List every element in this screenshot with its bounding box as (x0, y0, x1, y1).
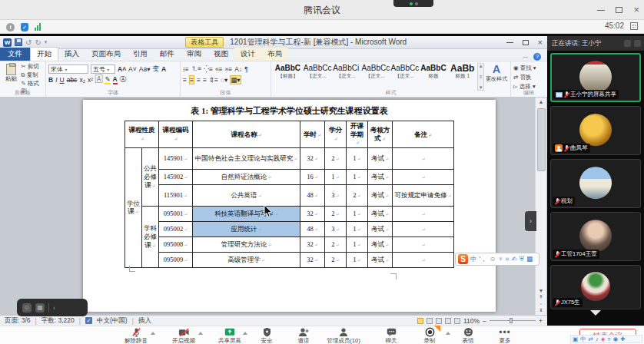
word-count[interactable]: 字数: 3,220 (41, 316, 75, 326)
word-minimize-icon[interactable] (506, 42, 513, 43)
scroll-up-icon[interactable]: ▲ (536, 99, 546, 104)
ime-chinese-mode-icon[interactable]: 中 (470, 253, 477, 265)
participant-tile[interactable]: JX75生 (550, 265, 641, 309)
bold-icon[interactable]: B (48, 76, 53, 84)
text-effects-icon[interactable]: 🄰 (95, 75, 102, 84)
style-item[interactable]: AaBbC标题 (420, 63, 448, 81)
borders-icon[interactable]: ▦▾ (230, 75, 241, 84)
zoom-in-icon[interactable]: + (539, 317, 543, 325)
tab-page-layout[interactable]: 页面布局 (85, 48, 127, 61)
ime-pane-icon[interactable]: ▣ (573, 336, 578, 342)
share-screen-button[interactable]: 共享屏幕 (209, 327, 251, 344)
fullscreen-icon[interactable] (630, 22, 638, 30)
meeting-collapsed-tab[interactable] (393, 0, 433, 7)
zoom-level[interactable]: 110% (463, 317, 480, 325)
draft-view-icon[interactable] (454, 318, 460, 324)
font-color-icon[interactable]: A (113, 75, 118, 84)
font-size-select[interactable]: 五号 ▾ (91, 64, 115, 74)
mic-options-icon[interactable] (151, 332, 155, 335)
table-row[interactable]: 095002 应用统计 48 3 1 考试 (125, 221, 454, 237)
record-button[interactable]: 录制 (409, 327, 450, 344)
increase-indent-icon[interactable]: »≡ (225, 65, 233, 73)
ime-keyboard-icon[interactable]: ⌗ (506, 253, 510, 265)
layout-switch-icon[interactable] (634, 40, 641, 47)
spellcheck-icon[interactable]: ✓ (85, 317, 92, 324)
select-browse-icon[interactable]: ◦ (536, 301, 546, 306)
table-row[interactable]: 145902 自然辩证法概论 16 1 1 考试 (125, 169, 454, 184)
ime-color-icon[interactable]: ◈ (601, 336, 606, 342)
help-icon[interactable]: ? (533, 53, 541, 61)
ime-skin-icon[interactable]: ⛨ (520, 253, 524, 265)
change-case-icon[interactable]: Aa▾ (139, 65, 151, 73)
undo-icon[interactable]: ↺ (25, 38, 32, 47)
show-marks-icon[interactable]: ¶ (244, 65, 248, 73)
more-button[interactable]: ••• 更多 (484, 327, 526, 344)
copy-button[interactable]: ⧉ 复制 (21, 71, 43, 79)
page-indicator[interactable]: 页面: 3/6 (5, 316, 31, 326)
minimize-ribbon-icon[interactable]: ︿ (523, 52, 529, 61)
collapse-bubble-icon[interactable]: ‹ (53, 304, 55, 312)
ime-sound-icon[interactable]: ♪ (596, 336, 599, 342)
style-item[interactable]: AaBbC【标题】 (274, 63, 302, 81)
shading-icon[interactable]: ◌▾ (221, 76, 227, 84)
sogou-logo-icon[interactable]: S (458, 254, 468, 264)
tab-insert[interactable]: 插入 (58, 48, 85, 61)
participant-tile[interactable]: 税划 (550, 159, 641, 208)
tab-home[interactable]: 开始 (30, 47, 58, 61)
course-table[interactable]: 课程性质 课程编码 课程名称 学时 学分 开课学期 考核方式 备注 学位课 公共… (124, 121, 454, 268)
tab-mailings[interactable]: 邮件 (154, 48, 181, 61)
maximize-icon[interactable] (616, 7, 622, 13)
close-icon[interactable]: × (633, 6, 639, 14)
fullscreen-view-icon[interactable] (427, 318, 433, 324)
language-indicator[interactable]: 中文(中国) (97, 316, 128, 326)
style-item[interactable]: AaBbCc【正文... (361, 63, 390, 81)
justify-icon[interactable]: ≡ (203, 76, 207, 84)
video-options-icon[interactable] (198, 332, 203, 335)
enclose-characters-icon[interactable]: Ⓐ (120, 75, 127, 84)
invite-button[interactable]: 邀请 (283, 327, 324, 344)
security-button[interactable]: 安全 (246, 327, 287, 344)
save-icon[interactable] (15, 38, 22, 46)
zoom-out-icon[interactable]: − (483, 317, 486, 325)
sort-icon[interactable]: A↓ (234, 65, 242, 73)
tab-table-design[interactable]: 设计 (234, 48, 261, 61)
layout-grid-icon[interactable] (624, 40, 631, 47)
tab-view[interactable]: 视图 (207, 48, 234, 61)
ime-voice-icon[interactable]: ♆ (498, 253, 503, 265)
tab-references[interactable]: 引用 (127, 48, 154, 61)
tab-table-layout[interactable]: 布局 (261, 48, 288, 61)
ime-settings-icon[interactable]: ✚ (620, 336, 625, 342)
ime-punctuation-icon[interactable]: '， (480, 253, 487, 265)
ime-emoji-icon[interactable]: ☺ (490, 253, 496, 265)
outline-view-icon[interactable] (445, 318, 451, 324)
scroll-more-participants-icon[interactable] (590, 310, 601, 316)
participant-tile[interactable]: 王小宁的屏幕共享 (550, 53, 641, 102)
italic-icon[interactable]: I (55, 76, 57, 84)
print-layout-view-icon[interactable] (417, 318, 423, 324)
shield-icon[interactable]: ✓ (21, 23, 28, 31)
line-spacing-icon[interactable]: ⇕≡ (209, 76, 218, 84)
table-row[interactable]: 095009 高级管理学 32 2 1 考试 (125, 252, 454, 267)
ime-search-icon[interactable]: ◉ (613, 336, 619, 342)
subscript-icon[interactable]: x₂ (79, 76, 85, 84)
participant-tile[interactable]: 工管1704王萱 (550, 212, 641, 261)
redo-icon[interactable]: ↻ (35, 38, 41, 47)
table-row[interactable]: 学位课 公共必修课 145901 中国特色社会主义理论与实践研究 32 2 1 … (125, 147, 454, 169)
table-row[interactable]: 115901 公共英语 48 3 2 考试 可按规定申请免修 (125, 184, 454, 206)
sogou-ime-toolbar[interactable]: S 中 '， ☺ ♆ ⌗ ✍ ⛨ ▦ (455, 253, 539, 266)
align-right-icon[interactable]: ≡ (197, 76, 201, 84)
superscript-icon[interactable]: x² (88, 76, 93, 84)
document-page[interactable]: 表 1: 管理科学与工程学术学位硕士研究生课程设置表 课程性质 课程编码 课程名… (83, 100, 496, 312)
align-left-icon[interactable]: ≡ (183, 76, 187, 84)
scroll-down-icon[interactable]: ▼ (536, 288, 546, 293)
font-name-select[interactable]: 宋体 ▾ (48, 64, 88, 74)
web-layout-view-icon[interactable] (436, 318, 442, 324)
style-item[interactable]: AaBbCc【正文... (303, 63, 331, 81)
style-item[interactable]: AaBb标题 1 (448, 63, 476, 81)
reaction-icon[interactable]: ☺ (22, 303, 32, 313)
participant-tile[interactable]: 曲凤琴 (550, 106, 641, 155)
zoom-slider[interactable] (490, 320, 536, 321)
document-area[interactable]: 表 1: 管理科学与工程学术学位硕士研究生课程设置表 课程性质 课程编码 课程名… (0, 98, 547, 315)
scrollbar-thumb[interactable] (537, 108, 546, 171)
minimize-icon[interactable] (597, 10, 605, 11)
